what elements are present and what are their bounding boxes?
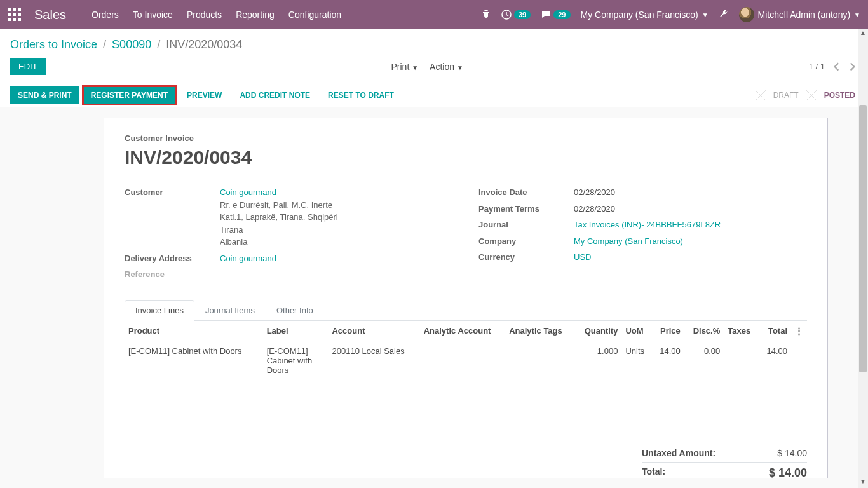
statusbar: SEND & PRINT REGISTER PAYMENT PREVIEW AD… <box>0 83 868 107</box>
messages-count: 29 <box>553 10 570 19</box>
payment-terms-label: Payment Terms <box>478 203 574 215</box>
tab-invoice-lines[interactable]: Invoice Lines <box>125 300 194 321</box>
breadcrumb-l2[interactable]: S00090 <box>112 38 151 51</box>
customer-link[interactable]: Coin gourmand <box>220 186 338 199</box>
cell-price: 14.00 <box>652 341 684 380</box>
breadcrumb-l1[interactable]: Orders to Invoice <box>10 38 97 51</box>
menu-products[interactable]: Products <box>187 10 222 20</box>
reference-label: Reference <box>125 268 220 281</box>
breadcrumb-current: INV/2020/0034 <box>166 38 242 51</box>
journal-label: Journal <box>478 219 574 231</box>
top-nav: Sales Orders To Invoice Products Reporti… <box>0 0 868 29</box>
menu-orders[interactable]: Orders <box>92 10 119 20</box>
pager-prev-icon[interactable] <box>831 61 843 72</box>
addr-line4: Albania <box>220 236 338 248</box>
company-label: Company <box>478 235 574 248</box>
cell-analytic-account <box>420 341 506 380</box>
cell-total: 14.00 <box>759 341 791 380</box>
total-label: Total: <box>642 466 665 479</box>
th-taxes: Taxes <box>724 321 759 341</box>
left-column: Customer Coin gourmand Rr. e Durrësit, P… <box>125 186 453 285</box>
topnav-right: 39 29 My Company (San Francisco)▼ Mitche… <box>481 7 860 22</box>
untaxed-value: $ 14.00 <box>777 448 807 458</box>
total-value: $ 14.00 <box>769 466 807 479</box>
edit-button[interactable]: EDIT <box>10 58 46 75</box>
breadcrumb: Orders to Invoice / S00090 / INV/2020/00… <box>0 29 868 58</box>
cell-disc: 0.00 <box>684 341 724 380</box>
activities-badge[interactable]: 39 <box>501 10 531 20</box>
tabset: Invoice Lines Journal Items Other Info <box>125 300 807 321</box>
tab-other-info[interactable]: Other Info <box>266 300 324 320</box>
cell-product: [E-COM11] Cabinet with Doors <box>125 341 263 380</box>
top-menu: Orders To Invoice Products Reporting Con… <box>92 10 341 20</box>
user-name: Mitchell Admin (antony) <box>758 10 851 20</box>
menu-to-invoice[interactable]: To Invoice <box>133 10 173 20</box>
payment-terms-value: 02/28/2020 <box>574 203 615 215</box>
table-row[interactable]: [E-COM11] Cabinet with Doors [E-COM11] C… <box>125 341 807 380</box>
pager-text: 1 / 1 <box>809 62 825 71</box>
scroll-up-icon[interactable]: ▲ <box>858 29 868 39</box>
addr-line3: Tirana <box>220 224 338 236</box>
th-label: Label <box>263 321 329 341</box>
add-credit-note-button[interactable]: ADD CREDIT NOTE <box>232 86 318 104</box>
reset-to-draft-button[interactable]: RESET TO DRAFT <box>320 86 402 104</box>
register-payment-button[interactable]: REGISTER PAYMENT <box>82 85 177 105</box>
columns-options-icon[interactable]: ⋮ <box>791 321 807 341</box>
delivery-label: Delivery Address <box>125 252 220 265</box>
currency-link[interactable]: USD <box>574 251 591 264</box>
untaxed-label: Untaxed Amount: <box>642 448 715 458</box>
cell-uom: Units <box>621 341 652 380</box>
th-price: Price <box>652 321 684 341</box>
invoice-lines-table: Product Label Account Analytic Account A… <box>125 321 807 380</box>
menu-reporting[interactable]: Reporting <box>236 10 275 20</box>
cell-analytic-tags <box>505 341 574 380</box>
delivery-link[interactable]: Coin gourmand <box>220 252 276 265</box>
print-dropdown[interactable]: Print ▼ <box>391 62 419 72</box>
th-uom: UoM <box>621 321 652 341</box>
cell-account: 200110 Local Sales <box>328 341 419 380</box>
control-panel: Orders to Invoice / S00090 / INV/2020/00… <box>0 29 868 83</box>
activities-count: 39 <box>514 10 531 19</box>
tab-journal-items[interactable]: Journal Items <box>194 300 266 320</box>
preview-button[interactable]: PREVIEW <box>179 86 229 104</box>
addr-line1: Rr. e Durrësit, Pall. M.C. Inerte <box>220 199 338 212</box>
right-column: Invoice Date02/28/2020 Payment Terms02/2… <box>478 186 807 285</box>
avatar <box>739 7 754 22</box>
scroll-thumb[interactable] <box>859 105 867 372</box>
cell-label: [E-COM11] Cabinet with Doors <box>263 341 329 380</box>
th-total: Total <box>759 321 791 341</box>
journal-link[interactable]: Tax Invoices (INR)- 24BBBFF5679L8ZR <box>574 219 721 231</box>
th-account: Account <box>328 321 419 341</box>
th-product: Product <box>125 321 263 341</box>
wrench-icon[interactable] <box>719 9 729 21</box>
th-analytic-tags: Analytic Tags <box>505 321 574 341</box>
user-menu[interactable]: Mitchell Admin (antony)▼ <box>739 7 860 22</box>
cell-taxes <box>724 341 759 380</box>
company-link[interactable]: My Company (San Francisco) <box>574 235 683 248</box>
send-print-button[interactable]: SEND & PRINT <box>10 86 79 104</box>
brand-title[interactable]: Sales <box>34 8 66 22</box>
addr-line2: Kati.1, Laprakë, Tirana, Shqipëri <box>220 211 338 224</box>
bug-icon[interactable] <box>481 9 491 21</box>
invoice-date-label: Invoice Date <box>478 186 574 199</box>
currency-label: Currency <box>478 251 574 264</box>
pager-next-icon[interactable] <box>846 61 858 72</box>
company-selector[interactable]: My Company (San Francisco)▼ <box>581 10 709 20</box>
company-name: My Company (San Francisco) <box>581 10 698 20</box>
customer-label: Customer <box>125 186 220 248</box>
form-sheet: Customer Invoice INV/2020/0034 Customer … <box>104 118 828 478</box>
messages-badge[interactable]: 29 <box>541 10 570 20</box>
scroll-down-icon[interactable]: ▼ <box>858 478 868 488</box>
cell-quantity: 1.000 <box>574 341 621 380</box>
apps-icon[interactable] <box>8 8 22 22</box>
status-draft[interactable]: DRAFT <box>761 85 811 106</box>
menu-configuration[interactable]: Configuration <box>288 10 341 20</box>
doc-type: Customer Invoice <box>125 133 807 143</box>
totals-block: Untaxed Amount: $ 14.00 Total: $ 14.00 <box>642 444 807 479</box>
th-analytic-account: Analytic Account <box>420 321 506 341</box>
page-title: INV/2020/0034 <box>125 147 807 168</box>
action-dropdown[interactable]: Action ▼ <box>430 62 463 72</box>
th-disc: Disc.% <box>684 321 724 341</box>
vertical-scrollbar[interactable]: ▲ ▼ <box>858 29 868 488</box>
invoice-date-value: 02/28/2020 <box>574 186 615 199</box>
